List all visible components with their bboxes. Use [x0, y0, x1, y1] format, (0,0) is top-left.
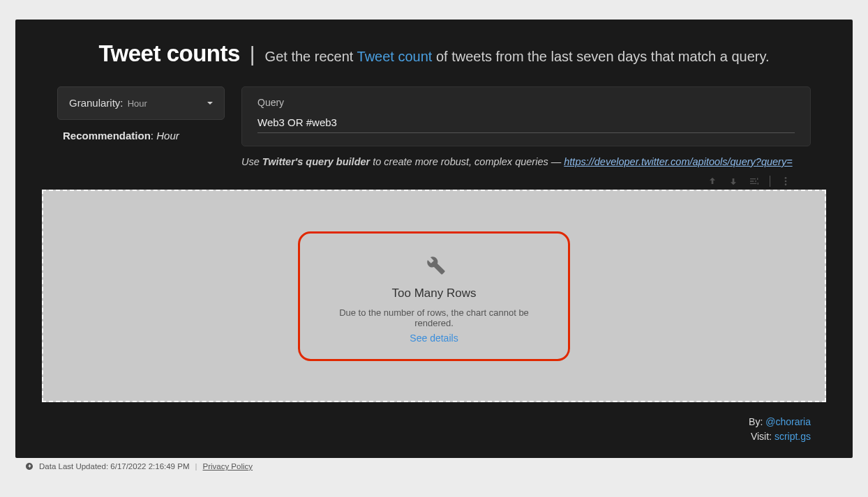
footer-by: By: @choraria: [57, 415, 811, 429]
author-link[interactable]: @choraria: [765, 416, 811, 427]
chevron-down-icon: [207, 102, 213, 105]
controls-row: Granularity: Hour Recommendation: Hour Q…: [57, 86, 811, 146]
chart-error-message: Due to the number of rows, the chart can…: [335, 307, 533, 328]
more-vertical-icon[interactable]: [780, 176, 791, 187]
chart-area: Too Many Rows Due to the number of rows,…: [42, 190, 826, 402]
query-label: Query: [257, 97, 795, 108]
granularity-label-wrap: Granularity: Hour: [69, 97, 147, 109]
status-separator: |: [195, 462, 197, 471]
bolt-icon: [25, 462, 33, 471]
granularity-dropdown[interactable]: Granularity: Hour: [57, 86, 225, 120]
svg-point-0: [785, 177, 787, 179]
subtitle-pre: Get the recent: [265, 49, 357, 64]
app-panel: Tweet counts | Get the recent Tweet coun…: [15, 20, 853, 458]
chart-toolbar: [57, 174, 811, 190]
svg-point-1: [785, 181, 787, 183]
hint-pre: Use: [241, 156, 262, 167]
footer: By: @choraria Visit: script.gs: [57, 415, 811, 444]
svg-point-2: [785, 183, 787, 185]
subtitle-post: of tweets from the last seven days that …: [432, 49, 769, 64]
recommendation-label: Recommendation: [63, 130, 151, 142]
privacy-policy-link[interactable]: Privacy Policy: [202, 462, 253, 471]
visit-link[interactable]: script.gs: [775, 431, 811, 442]
tweet-count-link[interactable]: Tweet count: [357, 49, 433, 64]
page-title: Tweet counts: [98, 40, 239, 67]
left-column: Granularity: Hour Recommendation: Hour: [57, 86, 225, 142]
hint-bold: Twitter's query builder: [262, 156, 370, 167]
chart-error-box: Too Many Rows Due to the number of rows,…: [298, 231, 570, 361]
footer-by-label: By:: [749, 416, 765, 427]
settings-sliders-icon[interactable]: [749, 176, 760, 187]
status-bar: Data Last Updated: 6/17/2022 2:16:49 PM …: [15, 458, 853, 471]
footer-visit-label: Visit:: [751, 431, 775, 442]
last-updated-text: Data Last Updated: 6/17/2022 2:16:49 PM: [39, 462, 189, 471]
query-builder-link[interactable]: https://developer.twitter.com/apitools/q…: [564, 156, 792, 167]
see-details-link[interactable]: See details: [335, 332, 533, 344]
query-hint: Use Twitter's query builder to create mo…: [57, 156, 811, 167]
wrench-icon: [422, 252, 446, 275]
query-input[interactable]: [257, 114, 795, 133]
query-card: Query: [241, 86, 811, 146]
granularity-value: Hour: [128, 98, 147, 109]
page-subtitle: Get the recent Tweet count of tweets fro…: [265, 49, 770, 65]
toolbar-separator: [770, 176, 770, 187]
header: Tweet counts | Get the recent Tweet coun…: [57, 40, 811, 67]
chart-error-title: Too Many Rows: [335, 286, 533, 300]
arrow-up-icon[interactable]: [707, 176, 718, 187]
hint-mid: to create more robust, complex queries —: [370, 156, 564, 167]
arrow-down-icon[interactable]: [728, 176, 739, 187]
title-separator: |: [250, 43, 255, 66]
recommendation-text: Recommendation: Hour: [57, 130, 225, 142]
granularity-label: Granularity: [69, 97, 120, 109]
footer-visit: Visit: script.gs: [57, 429, 811, 444]
recommendation-value: Hour: [156, 130, 179, 142]
